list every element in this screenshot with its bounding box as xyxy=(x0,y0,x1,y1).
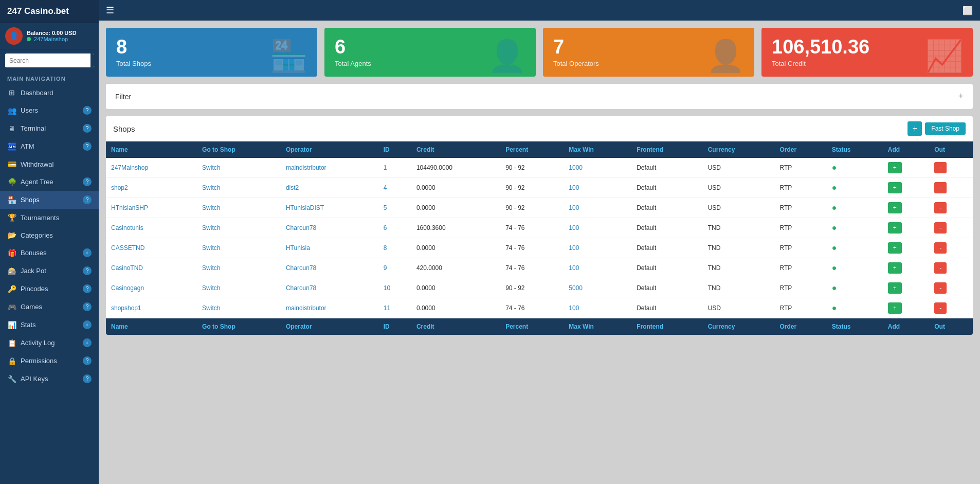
sidebar-item-dashboard[interactable]: ⊞ Dashboard xyxy=(0,84,99,101)
col-footer-name: Name xyxy=(106,318,197,335)
cell-goto[interactable]: Switch xyxy=(197,218,281,238)
sidebar-item-tournaments[interactable]: 🏆 Tournaments xyxy=(0,209,99,226)
cell-goto[interactable]: Switch xyxy=(197,298,281,318)
sidebar-item-atm[interactable]: 🏧 ATM ? xyxy=(0,137,99,155)
search-button[interactable]: 🔍 xyxy=(90,53,94,67)
sidebar-item-bonuses[interactable]: 🎁 Bonuses ‹ xyxy=(0,244,99,262)
cell-out[interactable]: - xyxy=(929,178,973,198)
add-button[interactable]: + xyxy=(888,282,902,294)
fullscreen-icon[interactable]: ⬜ xyxy=(963,6,973,15)
cell-add[interactable]: + xyxy=(883,218,929,238)
badge-stats: ‹ xyxy=(83,320,92,329)
bonuses-icon: 🎁 xyxy=(7,249,16,257)
stats-icon: 📊 xyxy=(7,321,16,329)
status-dot: ● xyxy=(832,223,837,232)
sidebar-item-pincodes[interactable]: 🔑 Pincodes ? xyxy=(0,280,99,298)
cell-goto[interactable]: Switch xyxy=(197,238,281,258)
out-button[interactable]: - xyxy=(934,282,947,294)
sidebar-item-categories[interactable]: 📂 Categories xyxy=(0,226,99,244)
cell-goto[interactable]: Switch xyxy=(197,178,281,198)
col-footer-percent: Percent xyxy=(500,318,564,335)
sidebar-item-games[interactable]: 🎮 Games ? xyxy=(0,298,99,316)
cell-out[interactable]: - xyxy=(929,278,973,298)
sidebar-item-permissions[interactable]: 🔒 Permissions ? xyxy=(0,352,99,370)
cell-goto[interactable]: Switch xyxy=(197,258,281,278)
col-footer-go-to-shop: Go to Shop xyxy=(197,318,281,335)
cell-percent: 74 - 76 xyxy=(500,238,564,258)
cell-out[interactable]: - xyxy=(929,298,973,318)
sidebar-item-label-tournaments: Tournaments xyxy=(21,214,59,222)
sidebar-item-stats[interactable]: 📊 Stats ‹ xyxy=(0,316,99,334)
out-button[interactable]: - xyxy=(934,182,947,193)
search-input[interactable] xyxy=(5,54,90,67)
cell-goto[interactable]: Switch xyxy=(197,198,281,218)
cell-add[interactable]: + xyxy=(883,258,929,278)
cell-add[interactable]: + xyxy=(883,198,929,218)
search-box[interactable]: 🔍 xyxy=(5,53,94,67)
filter-bar[interactable]: Filter + xyxy=(106,84,973,109)
cell-add[interactable]: + xyxy=(883,178,929,198)
add-button[interactable]: + xyxy=(888,242,902,254)
out-button[interactable]: - xyxy=(934,262,947,274)
out-button[interactable]: - xyxy=(934,302,947,314)
badge-shops: ? xyxy=(83,195,92,204)
add-button[interactable]: + xyxy=(888,202,902,213)
add-button[interactable]: + xyxy=(888,182,902,193)
cell-add[interactable]: + xyxy=(883,158,929,178)
cell-add[interactable]: + xyxy=(883,298,929,318)
sidebar-item-agent-tree[interactable]: 🌳 Agent Tree ? xyxy=(0,173,99,191)
col-header-operator: Operator xyxy=(281,141,378,158)
table-row: CasinoTND Switch Charoun78 9 420.0000 74… xyxy=(106,258,973,278)
cell-order: RTP xyxy=(774,178,826,198)
sidebar-item-api-keys[interactable]: 🔧 API Keys ? xyxy=(0,370,99,388)
add-button[interactable]: + xyxy=(888,222,902,234)
sidebar-item-label-terminal: Terminal xyxy=(21,124,46,132)
sidebar-item-withdrawal[interactable]: 💳 Withdrawal xyxy=(0,155,99,173)
sidebar-item-label-categories: Categories xyxy=(21,231,53,239)
cell-credit: 1600.3600 xyxy=(411,218,500,238)
cell-add[interactable]: + xyxy=(883,238,929,258)
sidebar-item-users[interactable]: 👥 Users ? xyxy=(0,101,99,119)
badge-agent-tree: ? xyxy=(83,177,92,186)
sidebar-item-label-pincodes: Pincodes xyxy=(21,285,48,293)
sidebar-item-label-activity-log: Activity Log xyxy=(21,339,55,347)
cell-percent: 90 - 92 xyxy=(500,278,564,298)
col-footer-order: Order xyxy=(774,318,826,335)
cell-name: shop2 xyxy=(106,178,197,198)
cell-out[interactable]: - xyxy=(929,238,973,258)
sidebar-item-terminal[interactable]: 🖥 Terminal ? xyxy=(0,119,99,137)
table-row: HTnisianSHP Switch HTunisiaDIST 5 0.0000… xyxy=(106,198,973,218)
out-button[interactable]: - xyxy=(934,222,947,234)
cell-goto[interactable]: Switch xyxy=(197,278,281,298)
sidebar-item-activity-log[interactable]: 📋 Activity Log ‹ xyxy=(0,334,99,352)
cell-add[interactable]: + xyxy=(883,278,929,298)
sidebar-item-label-api-keys: API Keys xyxy=(21,375,48,383)
sidebar-item-shops[interactable]: 🏪 Shops ? xyxy=(0,191,99,209)
cell-out[interactable]: - xyxy=(929,198,973,218)
add-button[interactable]: + xyxy=(888,302,902,314)
cell-status: ● xyxy=(827,218,883,238)
out-button[interactable]: - xyxy=(934,242,947,254)
hamburger-icon[interactable]: ☰ xyxy=(106,5,114,16)
col-header-order: Order xyxy=(774,141,826,158)
out-button[interactable]: - xyxy=(934,202,947,213)
games-icon: 🎮 xyxy=(7,303,16,311)
cell-credit: 0.0000 xyxy=(411,198,500,218)
cell-goto[interactable]: Switch xyxy=(197,158,281,178)
cell-maxwin: 100 xyxy=(564,198,631,218)
cell-maxwin: 100 xyxy=(564,298,631,318)
fast-shop-button[interactable]: Fast Shop xyxy=(925,122,966,135)
cell-credit: 420.0000 xyxy=(411,258,500,278)
add-button[interactable]: + xyxy=(888,262,902,274)
cell-maxwin: 100 xyxy=(564,218,631,238)
nav-section-title: MAIN NAVIGATION xyxy=(0,71,99,84)
stat-label-total-agents: Total Agents xyxy=(335,60,371,67)
add-shop-button[interactable]: + xyxy=(908,121,922,136)
add-button[interactable]: + xyxy=(888,162,902,173)
cell-out[interactable]: - xyxy=(929,158,973,178)
shops-header: Shops + Fast Shop xyxy=(106,116,973,141)
cell-out[interactable]: - xyxy=(929,258,973,278)
cell-out[interactable]: - xyxy=(929,218,973,238)
sidebar-item-jackpot[interactable]: 🎰 Jack Pot ? xyxy=(0,262,99,280)
out-button[interactable]: - xyxy=(934,162,947,173)
